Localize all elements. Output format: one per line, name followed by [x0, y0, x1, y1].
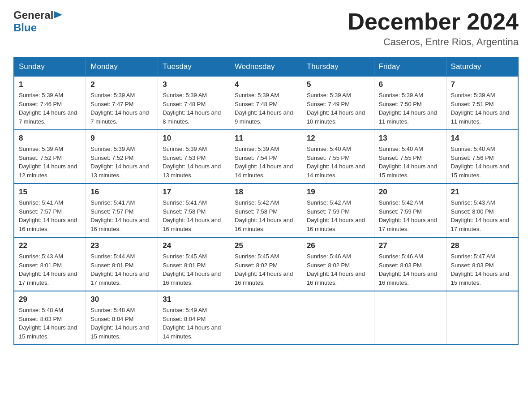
day-info-7: Sunrise: 5:39 AMSunset: 7:51 PMDaylight:… [451, 91, 513, 126]
day-info-24: Sunrise: 5:45 AMSunset: 8:01 PMDaylight:… [163, 252, 225, 287]
day-info-4: Sunrise: 5:39 AMSunset: 7:48 PMDaylight:… [235, 91, 297, 126]
day-number-20: 20 [379, 188, 442, 197]
day-cell-4: 4Sunrise: 5:39 AMSunset: 7:48 PMDaylight… [230, 76, 302, 130]
week-row-1: 1Sunrise: 5:39 AMSunset: 7:46 PMDaylight… [14, 76, 518, 130]
header-tuesday: Tuesday [158, 57, 230, 76]
day-number-21: 21 [451, 188, 513, 197]
day-info-22: Sunrise: 5:43 AMSunset: 8:01 PMDaylight:… [19, 252, 81, 287]
day-info-27: Sunrise: 5:46 AMSunset: 8:03 PMDaylight:… [379, 252, 442, 287]
logo-blue-text: Blue [13, 21, 37, 34]
day-info-15: Sunrise: 5:41 AMSunset: 7:57 PMDaylight:… [19, 198, 81, 233]
day-cell-8: 8Sunrise: 5:39 AMSunset: 7:52 PMDaylight… [14, 130, 86, 184]
day-cell-19: 19Sunrise: 5:42 AMSunset: 7:59 PMDayligh… [302, 184, 374, 237]
day-number-18: 18 [235, 188, 297, 197]
header-wednesday: Wednesday [230, 57, 302, 76]
calendar-header-row: SundayMondayTuesdayWednesdayThursdayFrid… [14, 57, 518, 76]
day-number-31: 31 [163, 295, 225, 304]
day-info-18: Sunrise: 5:42 AMSunset: 7:58 PMDaylight:… [235, 198, 297, 233]
day-info-6: Sunrise: 5:39 AMSunset: 7:50 PMDaylight:… [379, 91, 442, 126]
day-number-16: 16 [90, 188, 153, 197]
day-number-7: 7 [451, 80, 513, 89]
empty-cell-w5-d6 [374, 291, 446, 345]
month-title: December 2024 [348, 9, 519, 34]
day-info-17: Sunrise: 5:41 AMSunset: 7:58 PMDaylight:… [163, 198, 225, 233]
header-monday: Monday [86, 57, 158, 76]
day-info-14: Sunrise: 5:40 AMSunset: 7:56 PMDaylight:… [451, 145, 513, 180]
day-cell-7: 7Sunrise: 5:39 AMSunset: 7:51 PMDaylight… [446, 76, 518, 130]
logo: General Blue [13, 9, 62, 34]
day-number-13: 13 [379, 134, 442, 143]
day-number-26: 26 [307, 241, 369, 250]
day-cell-30: 30Sunrise: 5:48 AMSunset: 8:04 PMDayligh… [86, 291, 158, 345]
day-info-20: Sunrise: 5:42 AMSunset: 7:59 PMDaylight:… [379, 198, 442, 233]
empty-cell-w5-d7 [446, 291, 518, 345]
header: General Blue December 2024 Caseros, Entr… [13, 9, 519, 48]
day-cell-24: 24Sunrise: 5:45 AMSunset: 8:01 PMDayligh… [158, 237, 230, 291]
day-info-31: Sunrise: 5:49 AMSunset: 8:04 PMDaylight:… [163, 306, 225, 341]
day-number-22: 22 [19, 241, 81, 250]
day-number-11: 11 [235, 134, 297, 143]
day-cell-2: 2Sunrise: 5:39 AMSunset: 7:47 PMDaylight… [86, 76, 158, 130]
day-number-14: 14 [451, 134, 513, 143]
title-area: December 2024 Caseros, Entre Rios, Argen… [348, 9, 519, 48]
day-number-29: 29 [19, 295, 81, 304]
day-cell-31: 31Sunrise: 5:49 AMSunset: 8:04 PMDayligh… [158, 291, 230, 345]
day-cell-1: 1Sunrise: 5:39 AMSunset: 7:46 PMDaylight… [14, 76, 86, 130]
day-number-17: 17 [163, 188, 225, 197]
day-cell-22: 22Sunrise: 5:43 AMSunset: 8:01 PMDayligh… [14, 237, 86, 291]
day-cell-12: 12Sunrise: 5:40 AMSunset: 7:55 PMDayligh… [302, 130, 374, 184]
day-number-4: 4 [235, 80, 297, 89]
logo-arrow-icon [54, 10, 62, 21]
location-subtitle: Caseros, Entre Rios, Argentina [348, 36, 519, 48]
header-saturday: Saturday [446, 57, 518, 76]
day-cell-17: 17Sunrise: 5:41 AMSunset: 7:58 PMDayligh… [158, 184, 230, 237]
day-number-23: 23 [90, 241, 153, 250]
day-number-28: 28 [451, 241, 513, 250]
day-number-3: 3 [163, 80, 225, 89]
week-row-5: 29Sunrise: 5:48 AMSunset: 8:03 PMDayligh… [14, 291, 518, 345]
day-cell-9: 9Sunrise: 5:39 AMSunset: 7:52 PMDaylight… [86, 130, 158, 184]
day-info-16: Sunrise: 5:41 AMSunset: 7:57 PMDaylight:… [90, 198, 153, 233]
day-number-30: 30 [90, 295, 153, 304]
day-info-19: Sunrise: 5:42 AMSunset: 7:59 PMDaylight:… [307, 198, 369, 233]
day-number-5: 5 [307, 80, 369, 89]
day-number-19: 19 [307, 188, 369, 197]
day-info-29: Sunrise: 5:48 AMSunset: 8:03 PMDaylight:… [19, 306, 81, 341]
day-info-9: Sunrise: 5:39 AMSunset: 7:52 PMDaylight:… [90, 145, 153, 180]
day-number-12: 12 [307, 134, 369, 143]
day-cell-5: 5Sunrise: 5:39 AMSunset: 7:49 PMDaylight… [302, 76, 374, 130]
day-cell-18: 18Sunrise: 5:42 AMSunset: 7:58 PMDayligh… [230, 184, 302, 237]
day-cell-3: 3Sunrise: 5:39 AMSunset: 7:48 PMDaylight… [158, 76, 230, 130]
day-cell-26: 26Sunrise: 5:46 AMSunset: 8:02 PMDayligh… [302, 237, 374, 291]
day-number-15: 15 [19, 188, 81, 197]
calendar-table: SundayMondayTuesdayWednesdayThursdayFrid… [13, 57, 519, 345]
day-info-13: Sunrise: 5:40 AMSunset: 7:55 PMDaylight:… [379, 145, 442, 180]
day-info-5: Sunrise: 5:39 AMSunset: 7:49 PMDaylight:… [307, 91, 369, 126]
day-cell-23: 23Sunrise: 5:44 AMSunset: 8:01 PMDayligh… [86, 237, 158, 291]
day-number-8: 8 [19, 134, 81, 143]
day-number-27: 27 [379, 241, 442, 250]
header-thursday: Thursday [302, 57, 374, 76]
day-info-12: Sunrise: 5:40 AMSunset: 7:55 PMDaylight:… [307, 145, 369, 180]
day-number-2: 2 [90, 80, 153, 89]
day-number-6: 6 [379, 80, 442, 89]
header-friday: Friday [374, 57, 446, 76]
day-number-24: 24 [163, 241, 225, 250]
svg-marker-0 [54, 11, 62, 18]
day-number-10: 10 [163, 134, 225, 143]
day-cell-13: 13Sunrise: 5:40 AMSunset: 7:55 PMDayligh… [374, 130, 446, 184]
day-cell-25: 25Sunrise: 5:45 AMSunset: 8:02 PMDayligh… [230, 237, 302, 291]
empty-cell-w5-d4 [230, 291, 302, 345]
day-info-26: Sunrise: 5:46 AMSunset: 8:02 PMDaylight:… [307, 252, 369, 287]
day-info-2: Sunrise: 5:39 AMSunset: 7:47 PMDaylight:… [90, 91, 153, 126]
empty-cell-w5-d5 [302, 291, 374, 345]
day-info-10: Sunrise: 5:39 AMSunset: 7:53 PMDaylight:… [163, 145, 225, 180]
day-cell-14: 14Sunrise: 5:40 AMSunset: 7:56 PMDayligh… [446, 130, 518, 184]
day-cell-28: 28Sunrise: 5:47 AMSunset: 8:03 PMDayligh… [446, 237, 518, 291]
day-info-25: Sunrise: 5:45 AMSunset: 8:02 PMDaylight:… [235, 252, 297, 287]
header-sunday: Sunday [14, 57, 86, 76]
day-number-25: 25 [235, 241, 297, 250]
day-info-1: Sunrise: 5:39 AMSunset: 7:46 PMDaylight:… [19, 91, 81, 126]
day-info-28: Sunrise: 5:47 AMSunset: 8:03 PMDaylight:… [451, 252, 513, 287]
day-info-23: Sunrise: 5:44 AMSunset: 8:01 PMDaylight:… [90, 252, 153, 287]
